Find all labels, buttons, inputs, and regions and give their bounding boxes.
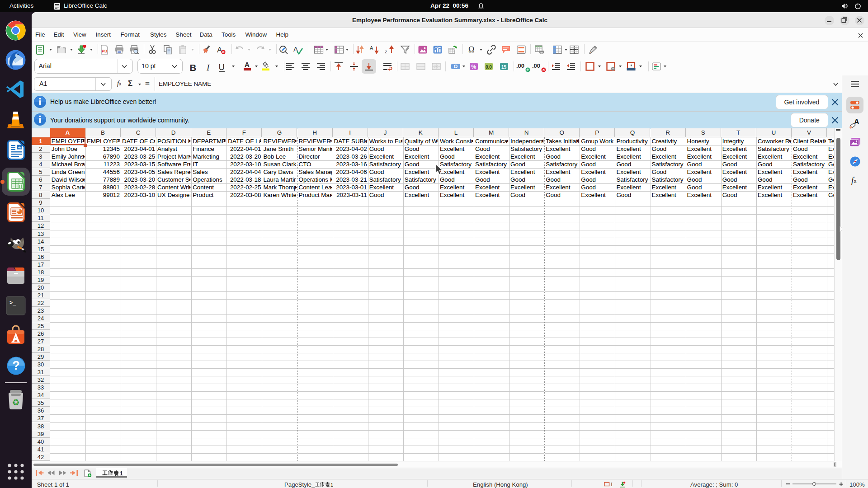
svg-text:%: % xyxy=(472,64,476,70)
svg-text:♻: ♻ xyxy=(12,398,19,407)
svg-text:Ω: Ω xyxy=(468,45,474,54)
svg-text:15: 15 xyxy=(501,65,507,70)
svg-text:I: I xyxy=(611,482,613,487)
svg-text:1: 1 xyxy=(330,482,333,487)
svg-text:A: A xyxy=(370,45,373,51)
svg-text:0.0: 0.0 xyxy=(486,65,492,70)
svg-text:PD: PD xyxy=(102,49,108,53)
svg-text:1: 1 xyxy=(120,470,123,476)
svg-text:>_: >_ xyxy=(9,300,16,306)
svg-text:?: ? xyxy=(12,359,20,372)
svg-text:z: z xyxy=(385,49,387,54)
